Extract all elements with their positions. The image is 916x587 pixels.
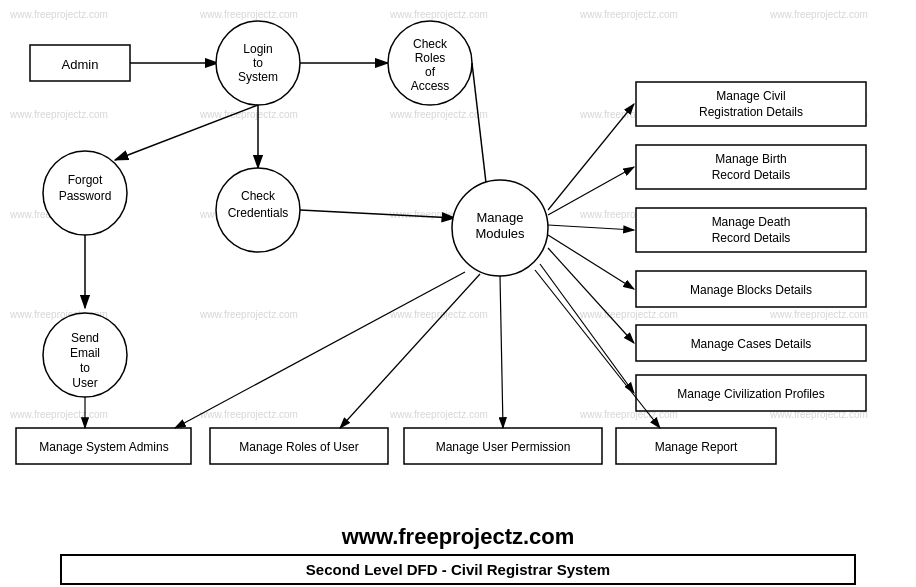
login-label-2: to [253, 56, 263, 70]
login-label-3: System [238, 70, 278, 84]
check-roles-label-3: of [425, 65, 436, 79]
arrow-login-forgot [115, 105, 258, 160]
diagram-svg: www.freeprojectz.com www.freeprojectz.co… [0, 0, 916, 587]
manage-roles-label: Manage Roles of User [239, 440, 358, 454]
watermark: www.freeprojectz.com [389, 309, 488, 320]
arrow-modules-birth [548, 167, 634, 215]
manage-report-label: Manage Report [655, 440, 738, 454]
watermark: www.freeprojectz.com [199, 309, 298, 320]
manage-user-perm-label: Manage User Permission [436, 440, 571, 454]
diagram-title: Second Level DFD - Civil Registrar Syste… [60, 554, 856, 585]
arrow-checkroles-modules [472, 63, 488, 200]
check-roles-label-4: Access [411, 79, 450, 93]
send-email-label-4: User [72, 376, 97, 390]
watermark: www.freeprojectz.com [579, 309, 678, 320]
watermark: www.freeprojectz.com [199, 9, 298, 20]
manage-blocks-label: Manage Blocks Details [690, 283, 812, 297]
website-text: www.freeprojectz.com [0, 522, 916, 552]
arrow-modules-death [548, 225, 634, 230]
arrow-modules-civilization [540, 264, 634, 393]
watermark: www.freeprojectz.com [579, 9, 678, 20]
send-email-label-3: to [80, 361, 90, 375]
manage-death-label-2: Record Details [712, 231, 791, 245]
check-cred-label-1: Check [241, 189, 276, 203]
manage-cases-label: Manage Cases Details [691, 337, 812, 351]
watermark: www.freeprojectz.com [199, 109, 298, 120]
send-email-label-2: Email [70, 346, 100, 360]
send-email-label-1: Send [71, 331, 99, 345]
forgot-label-1: Forgot [68, 173, 103, 187]
arrow-modules-sysadmins [175, 272, 465, 428]
watermark: www.freeprojectz.com [9, 109, 108, 120]
watermark: www.freeprojectz.com [389, 409, 488, 420]
manage-modules-label-2: Modules [475, 226, 525, 241]
manage-civil-reg-label-1: Manage Civil [716, 89, 785, 103]
watermark: www.freeprojectz.com [9, 9, 108, 20]
watermark: www.freeprojectz.com [389, 9, 488, 20]
manage-system-admins-label: Manage System Admins [39, 440, 168, 454]
watermark: www.freeprojectz.com [9, 409, 108, 420]
manage-modules-label-1: Manage [477, 210, 524, 225]
watermark: www.freeprojectz.com [199, 409, 298, 420]
manage-civil-reg-label-2: Registration Details [699, 105, 803, 119]
check-cred-label-2: Credentials [228, 206, 289, 220]
manage-birth-label-1: Manage Birth [715, 152, 786, 166]
arrow-modules-roles [340, 274, 480, 428]
manage-civilization-label: Manage Civilization Profiles [677, 387, 824, 401]
watermark: www.freeprojectz.com [389, 109, 488, 120]
manage-birth-label-2: Record Details [712, 168, 791, 182]
admin-label: Admin [62, 57, 99, 72]
diagram-container: www.freeprojectz.com www.freeprojectz.co… [0, 0, 916, 587]
login-label-1: Login [243, 42, 272, 56]
manage-death-label-1: Manage Death [712, 215, 791, 229]
forgot-label-2: Password [59, 189, 112, 203]
footer-area: www.freeprojectz.com Second Level DFD - … [0, 522, 916, 587]
check-roles-label-1: Check [413, 37, 448, 51]
arrow-modules-userperm [500, 276, 503, 428]
watermark: www.freeprojectz.com [769, 9, 868, 20]
check-roles-label-2: Roles [415, 51, 446, 65]
watermark: www.freeprojectz.com [769, 309, 868, 320]
